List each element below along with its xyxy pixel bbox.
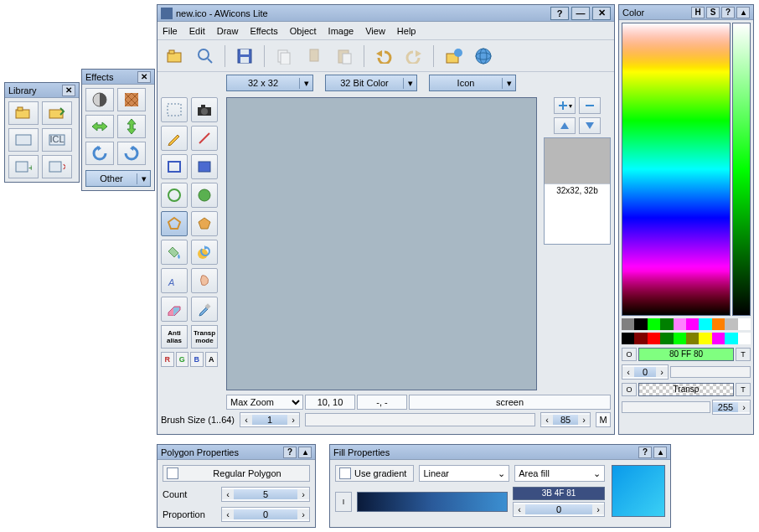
zoom-select[interactable]: Max Zoom [226, 395, 303, 410]
opacity-dec-button[interactable]: ‹ [541, 415, 553, 425]
fill-collapse-icon[interactable]: ▴ [653, 447, 667, 458]
effect-rotate-cw-button[interactable] [117, 142, 146, 165]
color-swatch[interactable] [648, 333, 660, 344]
web-button[interactable] [471, 44, 496, 69]
depth-dropdown[interactable]: 32 Bit Color ▾ [325, 75, 417, 91]
color-swatch[interactable] [738, 333, 751, 344]
brush-inc-button[interactable]: › [287, 415, 299, 425]
foreground-color-display[interactable]: 80 FF 80 [638, 348, 734, 361]
ellipse-tool[interactable] [161, 183, 188, 208]
menu-image[interactable]: Image [328, 26, 354, 36]
effects-dropdown[interactable]: Other ▾ [85, 170, 151, 187]
color-swatch[interactable] [648, 318, 660, 330]
eraser-tool[interactable] [161, 297, 188, 322]
fill-tool[interactable] [161, 240, 188, 265]
copy-button[interactable] [271, 44, 297, 69]
library-item-button[interactable] [8, 128, 39, 152]
open-button[interactable] [163, 44, 188, 69]
library-open-button[interactable] [8, 101, 39, 125]
color-t-button[interactable]: T [736, 348, 751, 361]
color-swatch[interactable] [686, 333, 699, 344]
alpha-spinner[interactable]: 255 › [712, 400, 751, 415]
color-swatch[interactable] [660, 333, 673, 344]
color-o2-button[interactable]: O [622, 383, 637, 396]
color-swatch[interactable] [738, 318, 751, 330]
menu-object[interactable]: Object [290, 26, 317, 36]
color-swatch[interactable] [634, 333, 647, 344]
hue-slider[interactable] [732, 23, 751, 316]
fill-dec-button[interactable]: ‹ [514, 504, 525, 514]
use-gradient-toggle[interactable]: Use gradient [335, 465, 414, 482]
menu-edit[interactable]: Edit [189, 26, 205, 36]
color-swatch[interactable] [686, 318, 699, 330]
type-dropdown[interactable]: Icon ▾ [429, 75, 516, 91]
filled-polygon-tool[interactable] [191, 211, 218, 236]
fill-color-display[interactable]: 3B 4F 81 [513, 487, 605, 500]
polygon-help-icon[interactable]: ? [283, 447, 297, 458]
color-swatch[interactable] [674, 333, 686, 344]
color-inc-button[interactable]: › [656, 367, 668, 377]
channel-g-button[interactable]: G [176, 352, 189, 367]
count-spinner[interactable]: ‹ 5 › [221, 487, 310, 502]
camera-tool[interactable] [191, 97, 218, 122]
move-down-button[interactable] [579, 117, 601, 134]
fill-i-button[interactable]: I [335, 492, 352, 512]
move-tool[interactable] [191, 268, 218, 293]
color-swatch[interactable] [660, 318, 673, 330]
cut-button[interactable] [302, 44, 327, 69]
effect-contrast-button[interactable] [85, 88, 114, 111]
library-save-button[interactable] [42, 101, 72, 125]
paste-button[interactable] [332, 44, 357, 69]
color-slider[interactable] [670, 366, 751, 378]
color-h-button[interactable]: H [691, 7, 705, 18]
prop-inc-button[interactable]: › [297, 509, 309, 519]
library-layout-button[interactable]: ICL [42, 128, 72, 152]
color-o-button[interactable]: O [622, 348, 637, 361]
antialias-toggle[interactable]: Anti alias [161, 325, 188, 349]
brush-dec-button[interactable]: ‹ [240, 415, 252, 425]
color-swatch[interactable] [622, 333, 634, 344]
save-button[interactable] [232, 44, 257, 69]
color-help-icon[interactable]: ? [721, 7, 735, 18]
help-button[interactable]: ? [550, 7, 569, 20]
pencil-tool[interactable] [161, 126, 188, 151]
text-tool[interactable]: A [161, 268, 188, 293]
eyedropper-tool[interactable] [191, 297, 218, 322]
fill-inc-button[interactable]: › [592, 504, 604, 514]
filled-ellipse-tool[interactable] [191, 183, 218, 208]
effect-texture-button[interactable] [117, 88, 146, 111]
color-spinner-1[interactable]: ‹ 0 › [622, 364, 669, 380]
fill-type-select[interactable]: Area fill ⌄ [514, 465, 605, 482]
gradient-type-select[interactable]: Linear ⌄ [419, 465, 509, 482]
channel-r-button[interactable]: R [161, 352, 174, 367]
color-swatch[interactable] [699, 318, 711, 330]
count-dec-button[interactable]: ‹ [222, 489, 234, 499]
channel-a-button[interactable]: A [205, 352, 219, 367]
library-close-icon[interactable]: ✕ [62, 85, 75, 96]
color-swatch[interactable] [699, 333, 711, 344]
color-field[interactable] [622, 23, 731, 316]
filled-rect-tool[interactable] [191, 154, 218, 179]
regular-polygon-checkbox[interactable] [167, 467, 178, 479]
polygon-tool[interactable] [161, 211, 188, 236]
close-button[interactable]: ✕ [592, 7, 611, 20]
regular-polygon-toggle[interactable]: Regular Polygon [163, 465, 310, 482]
channel-b-button[interactable]: B [190, 352, 204, 367]
color-swatch[interactable] [634, 318, 647, 330]
canvas[interactable] [226, 97, 537, 390]
undo-button[interactable] [371, 44, 396, 69]
color-dec-button[interactable]: ‹ [622, 367, 634, 377]
color-s-button[interactable]: S [706, 7, 720, 18]
menu-view[interactable]: View [365, 26, 385, 36]
opacity-spinner[interactable]: ‹ 85 › [540, 412, 591, 427]
color-swatch[interactable] [725, 333, 737, 344]
line-tool[interactable] [191, 126, 218, 151]
effect-flip-v-button[interactable] [117, 115, 146, 138]
color-swatch[interactable] [725, 318, 737, 330]
library-remove-button[interactable]: ✕ [42, 155, 72, 178]
polygon-collapse-icon[interactable]: ▴ [298, 447, 312, 458]
gradient-bar[interactable] [357, 492, 508, 512]
fill-help-icon[interactable]: ? [638, 447, 652, 458]
color-swatch[interactable] [712, 318, 725, 330]
proportion-spinner[interactable]: ‹ 0 › [221, 507, 310, 522]
